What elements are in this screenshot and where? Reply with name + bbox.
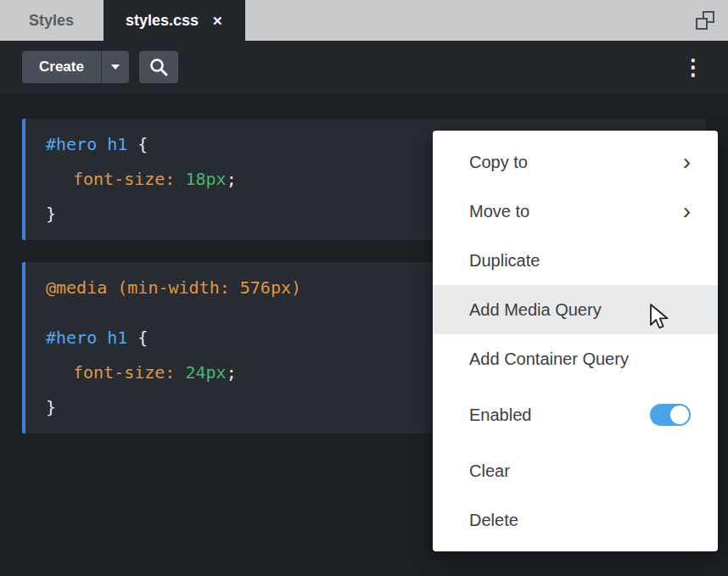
css-value: 24px [175,362,226,383]
menu-item-label: Add Media Query [469,300,602,320]
chevron-right-icon: › [683,199,691,223]
menu-item-label: Duplicate [469,251,540,271]
tab-styles-css[interactable]: styles.css ✕ [104,0,245,41]
menu-item-copy-to[interactable]: Copy to › [433,137,718,187]
overflow-menu-icon[interactable]: ⋮ [680,56,706,78]
tab-styles[interactable]: Styles [0,0,104,41]
css-selector: #hero h1 [46,327,127,348]
enabled-toggle[interactable] [650,404,691,426]
menu-item-move-to[interactable]: Move to › [433,187,718,236]
menu-item-label: Delete [469,511,518,530]
css-value: 18px [175,169,226,189]
search-icon [148,57,169,77]
toggle-knob [670,405,689,424]
create-button[interactable]: Create [22,51,102,83]
tab-styles-css-label: styles.css [126,12,199,30]
caret-down-icon [111,64,120,70]
detach-panel-icon[interactable] [696,11,714,30]
context-menu: Copy to › Move to › Duplicate Add Media … [433,131,718,551]
menu-item-label: Copy to [469,153,528,172]
menu-item-enabled[interactable]: Enabled [433,390,718,439]
menu-item-label: Add Container Query [469,350,629,369]
close-tab-icon[interactable]: ✕ [212,14,223,27]
toolbar: Create ⋮ [0,41,728,93]
create-dropdown-button[interactable] [102,51,129,83]
at-rule: @media (min-width: 576px) [46,277,301,298]
create-button-group: Create [22,51,129,83]
tab-styles-label: Styles [29,12,74,30]
close-brace: } [46,204,56,224]
semicolon: ; [227,362,237,383]
tab-bar: Styles styles.css ✕ [0,0,728,41]
menu-item-duplicate[interactable]: Duplicate [433,236,718,285]
styles-panel: Styles styles.css ✕ Create ⋮ [0,0,728,576]
panel-icon-front-square [696,18,708,30]
menu-item-clear[interactable]: Clear [433,446,718,495]
chevron-right-icon: › [683,150,691,174]
search-button[interactable] [139,51,178,83]
menu-item-add-container-query[interactable]: Add Container Query [433,334,718,383]
css-property: font-size: [73,169,175,189]
open-brace: { [127,134,148,154]
menu-item-add-media-query[interactable]: Add Media Query [433,285,718,334]
menu-item-delete[interactable]: Delete [433,495,718,545]
menu-item-label: Clear [469,461,510,481]
close-brace: } [46,397,56,417]
css-property: font-size: [73,362,175,383]
semicolon: ; [227,169,237,189]
open-brace: { [127,327,148,348]
css-selector: #hero h1 [46,134,127,154]
menu-item-label: Enabled [469,405,531,425]
menu-item-label: Move to [469,202,529,221]
